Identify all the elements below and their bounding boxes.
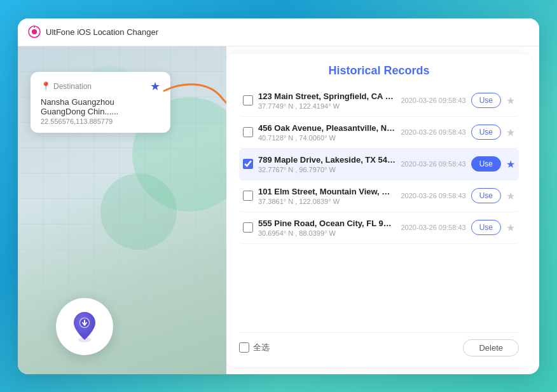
destination-star-icon[interactable]: ★: [150, 79, 160, 93]
record-coords-5: 30.6954° N , 88.0399° W: [258, 229, 396, 237]
record-coords-1: 37.7749° N , 122.4194° W: [258, 102, 396, 110]
record-name-2: 456 Oak Avenue, Pleasantville, NY 67890: [258, 123, 396, 133]
app-window: UltFone iOS Location Changer 📍 Destinati…: [18, 18, 539, 374]
record-checkbox-2[interactable]: [243, 127, 253, 137]
record-item: 456 Oak Avenue, Pleasantville, NY 678904…: [239, 117, 519, 149]
use-button-4[interactable]: Use: [471, 188, 501, 203]
star-icon-4[interactable]: ★: [506, 190, 515, 202]
select-all-checkbox[interactable]: [239, 342, 249, 353]
use-button-5[interactable]: Use: [471, 220, 501, 235]
record-name-4: 101 Elm Street, Mountain View, CA 94040: [258, 187, 396, 196]
record-time-4: 2020-03-26 09:58:43: [401, 192, 466, 199]
delete-button[interactable]: Delete: [463, 339, 519, 356]
map-decoration: [100, 173, 177, 250]
destination-address: Nansha Guangzhou GuangDong Chin......: [41, 97, 160, 116]
record-name-3: 789 Maple Drive, Lakeside, TX 54321: [258, 155, 396, 165]
record-time-1: 2020-03-26 09:58:43: [401, 97, 466, 104]
record-coords-4: 37.3861° N , 122.0839° W: [258, 198, 396, 205]
use-button-3[interactable]: Use: [471, 156, 501, 172]
historical-records-panel: Historical Records 123 Main Street, Spri…: [226, 54, 532, 367]
record-coords-2: 40.7128° N , 74.0060° W: [258, 134, 396, 142]
record-checkbox-4[interactable]: [243, 191, 253, 201]
record-info-5: 555 Pine Road, Ocean City, FL 9876530.69…: [258, 219, 396, 237]
record-info-4: 101 Elm Street, Mountain View, CA 940403…: [258, 187, 396, 205]
location-icon-large: [56, 298, 113, 355]
use-button-1[interactable]: Use: [471, 93, 501, 108]
record-info-2: 456 Oak Avenue, Pleasantville, NY 678904…: [258, 123, 396, 142]
star-icon-5[interactable]: ★: [506, 222, 515, 234]
record-item: 789 Maple Drive, Lakeside, TX 5432132.77…: [239, 149, 519, 180]
record-item: 101 Elm Street, Mountain View, CA 940403…: [239, 180, 519, 212]
destination-pin-icon: 📍: [41, 81, 51, 91]
main-content: 📍 Destination ★ Nansha Guangzhou GuangDo…: [18, 46, 539, 374]
map-area: 📍 Destination ★ Nansha Guangzhou GuangDo…: [18, 46, 226, 374]
record-info-1: 123 Main Street, Springfield, CA 1234537…: [258, 91, 396, 110]
record-name-5: 555 Pine Road, Ocean City, FL 98765: [258, 219, 396, 228]
record-checkbox-3[interactable]: [243, 159, 253, 169]
select-all-label: 全选: [253, 342, 270, 353]
app-title: UltFone iOS Location Changer: [46, 27, 158, 37]
record-info-3: 789 Maple Drive, Lakeside, TX 5432132.77…: [258, 155, 396, 173]
panel-title: Historical Records: [239, 64, 519, 78]
record-item: 123 Main Street, Springfield, CA 1234537…: [239, 85, 519, 117]
destination-coords: 22.556576,113.885779: [41, 118, 160, 125]
record-item: 555 Pine Road, Ocean City, FL 9876530.69…: [239, 212, 519, 244]
record-time-3: 2020-03-26 09:58:43: [401, 160, 466, 168]
star-icon-1[interactable]: ★: [506, 95, 515, 107]
destination-label: Destination: [53, 82, 92, 91]
record-time-5: 2020-03-26 09:58:43: [401, 224, 466, 231]
records-list: 123 Main Street, Springfield, CA 1234537…: [239, 85, 519, 330]
record-coords-3: 32.7767° N , 96.7970° W: [258, 166, 396, 173]
panel-footer: 全选 Delete: [239, 332, 519, 356]
star-icon-2[interactable]: ★: [506, 126, 515, 139]
location-pin-inner: [67, 309, 102, 344]
select-all-row: 全选: [239, 342, 270, 353]
record-time-2: 2020-03-26 09:58:43: [401, 128, 466, 136]
record-checkbox-5[interactable]: [243, 222, 253, 233]
record-checkbox-1[interactable]: [243, 95, 253, 105]
app-logo-icon: [28, 25, 41, 38]
destination-card: 📍 Destination ★ Nansha Guangzhou GuangDo…: [31, 72, 170, 133]
svg-point-1: [32, 29, 37, 34]
star-icon-3[interactable]: ★: [506, 158, 515, 170]
use-button-2[interactable]: Use: [471, 125, 501, 140]
record-name-1: 123 Main Street, Springfield, CA 12345: [258, 91, 396, 101]
location-pin-svg: [67, 309, 102, 344]
title-bar: UltFone iOS Location Changer: [18, 18, 539, 46]
destination-label-row: 📍 Destination: [41, 81, 92, 91]
destination-header: 📍 Destination ★: [41, 79, 160, 93]
